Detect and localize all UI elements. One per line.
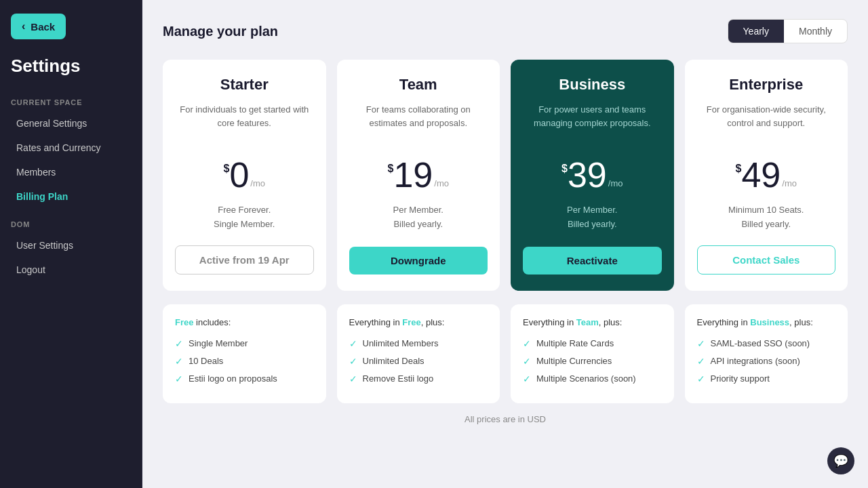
feature-item: ✓ Priority support bbox=[697, 373, 836, 384]
enterprise-price-dollar: $ bbox=[736, 163, 742, 175]
team-heading-suffix: , plus: bbox=[421, 317, 445, 327]
enterprise-plan-button[interactable]: Contact Sales bbox=[697, 245, 836, 274]
current-space-label: CURRENT SPACE bbox=[11, 98, 131, 106]
feature-label: API integrations (soon) bbox=[711, 356, 800, 366]
starter-plan-desc: For individuals to get started with core… bbox=[175, 103, 314, 144]
feature-label: Multiple Scenarios (soon) bbox=[536, 373, 636, 384]
team-plan-price: $ 19 /mo bbox=[388, 157, 449, 192]
feature-label: SAML-based SSO (soon) bbox=[711, 338, 810, 348]
sidebar-item-general[interactable]: General Settings bbox=[11, 112, 131, 135]
chat-button[interactable]: 💬 bbox=[827, 447, 854, 474]
starter-features-heading: Free includes: bbox=[175, 317, 314, 329]
settings-title: Settings bbox=[11, 56, 131, 77]
starter-heading-highlight: Free bbox=[175, 317, 193, 327]
team-plan-card: Team For teams collaborating on estimate… bbox=[337, 60, 500, 291]
chevron-left-icon: ‹ bbox=[22, 20, 25, 33]
team-plan-desc: For teams collaborating on estimates and… bbox=[349, 103, 488, 144]
team-features-col: Everything in Free, plus: ✓ Unlimited Me… bbox=[337, 304, 500, 403]
enterprise-heading-highlight: Business bbox=[750, 317, 789, 327]
business-plan-card: Business For power users and teams manag… bbox=[511, 60, 674, 291]
feature-label: Multiple Currencies bbox=[536, 356, 612, 366]
feature-item: ✓ Estii logo on proposals bbox=[175, 373, 314, 384]
main-content: Manage your plan Yearly Monthly Starter … bbox=[142, 0, 868, 488]
starter-price-amount: 0 bbox=[229, 157, 249, 192]
enterprise-price-mo: /mo bbox=[782, 178, 797, 188]
starter-billing: Free Forever. Single Member. bbox=[214, 203, 275, 232]
business-heading-highlight: Team bbox=[576, 317, 599, 327]
check-icon: ✓ bbox=[175, 356, 183, 367]
business-price-dollar: $ bbox=[561, 163, 568, 175]
feature-item: ✓ Multiple Rate Cards bbox=[523, 338, 662, 349]
business-plan-name: Business bbox=[559, 76, 625, 94]
feature-item: ✓ Unlimited Members bbox=[349, 338, 488, 349]
business-billing: Per Member. Billed yearly. bbox=[567, 203, 617, 232]
starter-price-mo: /mo bbox=[250, 178, 265, 188]
starter-heading-suffix: includes: bbox=[193, 317, 231, 327]
check-icon: ✓ bbox=[349, 356, 357, 367]
back-button[interactable]: ‹ Back bbox=[11, 14, 66, 39]
feature-label: Multiple Rate Cards bbox=[536, 338, 614, 348]
yearly-toggle-button[interactable]: Yearly bbox=[728, 20, 784, 43]
enterprise-plan-price: $ 49 /mo bbox=[736, 157, 797, 192]
feature-label: Remove Estii logo bbox=[363, 373, 434, 384]
check-icon: ✓ bbox=[349, 373, 357, 384]
team-plan-button[interactable]: Downgrade bbox=[349, 247, 488, 274]
footer-note: All prices are in USD bbox=[163, 414, 848, 424]
feature-label: Unlimited Deals bbox=[363, 356, 425, 366]
dom-label: DOM bbox=[11, 220, 131, 228]
starter-plan-card: Starter For individuals to get started w… bbox=[163, 60, 326, 291]
check-icon: ✓ bbox=[523, 338, 531, 349]
chat-icon: 💬 bbox=[833, 453, 848, 468]
check-icon: ✓ bbox=[697, 338, 705, 349]
sidebar-item-members[interactable]: Members bbox=[11, 161, 131, 184]
main-header: Manage your plan Yearly Monthly bbox=[163, 19, 848, 43]
business-plan-price: $ 39 /mo bbox=[561, 157, 623, 192]
feature-label: Single Member bbox=[189, 338, 248, 348]
feature-label: 10 Deals bbox=[189, 356, 223, 366]
team-features-heading: Everything in Free, plus: bbox=[349, 317, 488, 329]
check-icon: ✓ bbox=[349, 338, 357, 349]
feature-item: ✓ Unlimited Deals bbox=[349, 356, 488, 367]
team-price-mo: /mo bbox=[434, 178, 449, 188]
team-plan-name: Team bbox=[399, 76, 437, 94]
business-features-col: Everything in Team, plus: ✓ Multiple Rat… bbox=[511, 304, 674, 403]
enterprise-billing: Minimum 10 Seats. Billed yearly. bbox=[728, 203, 804, 232]
starter-price-dollar: $ bbox=[224, 163, 230, 175]
check-icon: ✓ bbox=[175, 373, 183, 384]
feature-label: Estii logo on proposals bbox=[189, 373, 277, 384]
enterprise-plan-name: Enterprise bbox=[729, 76, 803, 94]
sidebar: ‹ Back Settings CURRENT SPACE General Se… bbox=[0, 0, 142, 488]
business-price-mo: /mo bbox=[608, 178, 623, 188]
enterprise-features-heading: Everything in Business, plus: bbox=[697, 317, 836, 329]
plans-grid: Starter For individuals to get started w… bbox=[163, 60, 848, 291]
feature-item: ✓ Single Member bbox=[175, 338, 314, 349]
monthly-toggle-button[interactable]: Monthly bbox=[784, 20, 847, 43]
business-heading-prefix: Everything in bbox=[523, 317, 576, 327]
enterprise-heading-suffix: , plus: bbox=[789, 317, 813, 327]
business-price-amount: 39 bbox=[568, 157, 607, 192]
business-heading-suffix: , plus: bbox=[599, 317, 623, 327]
team-heading-highlight: Free bbox=[402, 317, 420, 327]
team-price-dollar: $ bbox=[388, 163, 394, 175]
starter-plan-name: Starter bbox=[220, 76, 269, 94]
check-icon: ✓ bbox=[697, 356, 705, 367]
page-title: Manage your plan bbox=[163, 24, 278, 39]
business-plan-desc: For power users and teams managing compl… bbox=[523, 103, 662, 144]
sidebar-item-rates[interactable]: Rates and Currency bbox=[11, 136, 131, 159]
sidebar-item-billing[interactable]: Billing Plan bbox=[11, 185, 131, 208]
sidebar-item-logout[interactable]: Logout bbox=[11, 258, 131, 281]
team-price-amount: 19 bbox=[393, 157, 433, 192]
enterprise-plan-desc: For organisation-wide security, control … bbox=[697, 103, 836, 144]
sidebar-item-user-settings[interactable]: User Settings bbox=[11, 234, 131, 257]
feature-item: ✓ Multiple Scenarios (soon) bbox=[523, 373, 662, 384]
feature-item: ✓ API integrations (soon) bbox=[697, 356, 836, 367]
billing-period-toggle: Yearly Monthly bbox=[728, 19, 848, 43]
enterprise-heading-prefix: Everything in bbox=[697, 317, 751, 327]
feature-label: Priority support bbox=[711, 373, 770, 384]
enterprise-price-amount: 49 bbox=[741, 157, 781, 192]
team-billing: Per Member. Billed yearly. bbox=[393, 203, 443, 232]
team-heading-prefix: Everything in bbox=[349, 317, 403, 327]
starter-features-col: Free includes: ✓ Single Member ✓ 10 Deal… bbox=[163, 304, 326, 403]
features-grid: Free includes: ✓ Single Member ✓ 10 Deal… bbox=[163, 304, 848, 403]
business-plan-button[interactable]: Reactivate bbox=[523, 247, 662, 274]
